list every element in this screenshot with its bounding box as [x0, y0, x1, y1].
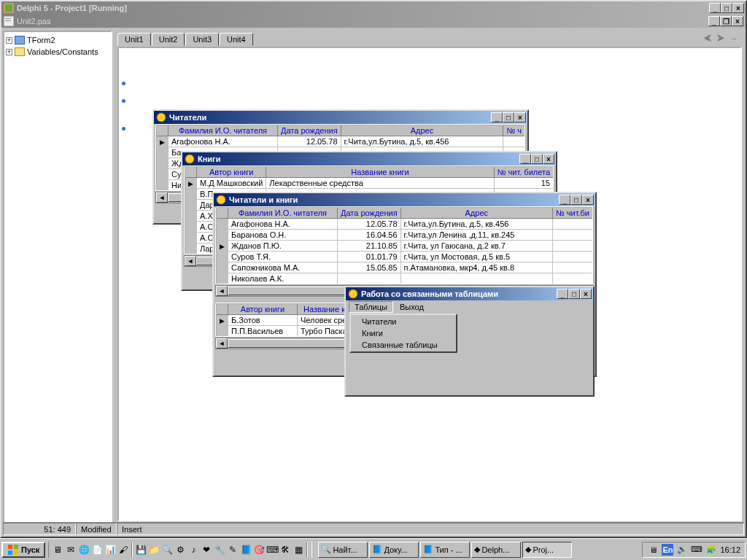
col-header[interactable]: Фамилия И.О. читателя: [169, 125, 278, 136]
work-window[interactable]: Работа со связанными таблицами _ □ × Таб…: [344, 286, 595, 397]
tree-expand-icon[interactable]: +: [6, 49, 12, 55]
close-button[interactable]: ×: [514, 112, 526, 122]
maximize-button[interactable]: □: [531, 154, 543, 164]
ql-icon[interactable]: ▦: [293, 544, 304, 556]
scroll-left-icon[interactable]: ◄: [156, 192, 168, 203]
nav-back-icon[interactable]: ⮜: [702, 33, 713, 44]
books-titlebar[interactable]: Книги _ □ ×: [182, 152, 556, 166]
close-button[interactable]: ×: [580, 289, 592, 299]
ql-icon[interactable]: 🔍: [161, 544, 173, 556]
col-header[interactable]: Адрес: [341, 125, 503, 136]
col-header[interactable]: Дата рождения: [278, 125, 341, 136]
col-header[interactable]: Дата рождения: [338, 207, 401, 219]
menu-exit[interactable]: Выход: [395, 302, 429, 312]
ql-icon[interactable]: ✎: [227, 544, 239, 556]
col-header[interactable]: Адрес: [400, 207, 552, 219]
scroll-left-icon[interactable]: ◄: [185, 256, 196, 266]
breakpoint-dot[interactable]: [122, 99, 125, 103]
ide-titlebar[interactable]: Delphi 5 - Project1 [Running] _ □ ×: [1, 1, 746, 15]
ql-icon[interactable]: 📘: [240, 544, 252, 556]
ql-icon[interactable]: 📄: [91, 544, 103, 556]
popup-linked[interactable]: Связанные таблицы: [352, 339, 455, 351]
task-button[interactable]: ◆Proj...: [522, 542, 572, 558]
ql-icon[interactable]: 🎯: [253, 544, 265, 556]
ide-maximize-button[interactable]: □: [721, 3, 732, 13]
table-row[interactable]: Николаев А.К.: [216, 273, 593, 285]
ide-minimize-button[interactable]: _: [709, 3, 721, 13]
ql-icon[interactable]: ❤: [201, 544, 212, 556]
tree-item-variables[interactable]: + Variables/Constants: [6, 46, 109, 58]
table-row[interactable]: Агафонова Н.А.12.05.78г.Чита,ул.Бутина, …: [156, 136, 525, 147]
breakpoint-dot[interactable]: [122, 82, 125, 85]
readers-titlebar[interactable]: Читатели _ □ ×: [154, 111, 527, 124]
tree-expand-icon[interactable]: +: [6, 37, 12, 44]
ql-icon[interactable]: 📊: [104, 544, 116, 556]
task-button[interactable]: 📘Тип - ...: [420, 542, 470, 558]
unit-minimize-button[interactable]: _: [708, 16, 720, 26]
tab-unit4[interactable]: Unit4: [220, 33, 253, 46]
table-row[interactable]: Баранова О.Н.16.04.56г.Чита,ул Ленина ,д…: [216, 230, 593, 241]
table-row[interactable]: Суров Т.Я.01.01.79г.Чита, ул Мостовая, д…: [216, 252, 593, 262]
scroll-left-icon[interactable]: ◄: [216, 338, 228, 349]
col-header[interactable]: Автор книги: [197, 166, 266, 178]
nav-close-icon[interactable]: –: [728, 33, 740, 44]
unit-restore-button[interactable]: ❐: [720, 16, 732, 26]
task-button[interactable]: 📘Доку...: [369, 542, 419, 558]
language-indicator[interactable]: En: [662, 544, 673, 556]
clock[interactable]: 16:12: [720, 545, 740, 554]
table-row[interactable]: Агафонова Н.А.12.05.78г.Чита,ул.Бутина, …: [216, 219, 593, 230]
rk-top-grid[interactable]: Фамилия И.О. читателя Дата рождения Адре…: [215, 206, 594, 285]
ql-icon[interactable]: 🖥: [52, 544, 63, 556]
start-button[interactable]: Пуск: [1, 542, 45, 558]
ql-icon[interactable]: 💾: [135, 544, 147, 556]
tree-item-tform2[interactable]: + TForm2: [6, 34, 109, 46]
breakpoint-dot[interactable]: [122, 127, 125, 131]
maximize-button[interactable]: □: [568, 289, 580, 299]
ql-icon[interactable]: 🌐: [78, 544, 90, 556]
col-header[interactable]: Название книги: [266, 166, 494, 178]
close-button[interactable]: ×: [543, 154, 554, 164]
minimize-button[interactable]: _: [519, 154, 531, 164]
unit-close-button[interactable]: ×: [732, 16, 743, 26]
scroll-left-icon[interactable]: ◄: [216, 286, 228, 296]
minimize-button[interactable]: _: [559, 195, 570, 205]
col-header[interactable]: № чит. билета: [494, 166, 554, 178]
tab-unit3[interactable]: Unit3: [185, 33, 219, 46]
ql-icon[interactable]: ⌨: [266, 544, 278, 556]
ql-icon[interactable]: 📁: [148, 544, 160, 556]
popup-books[interactable]: Книги: [352, 327, 455, 339]
tray-icon[interactable]: 🧩: [705, 544, 717, 556]
work-titlebar[interactable]: Работа со связанными таблицами _ □ ×: [346, 287, 593, 300]
tab-unit1[interactable]: Unit1: [117, 33, 151, 46]
nav-fwd-icon[interactable]: ⮞: [715, 33, 727, 44]
ql-icon[interactable]: 🛠: [279, 544, 291, 556]
menu-tables[interactable]: Таблицы: [349, 301, 393, 313]
minimize-button[interactable]: _: [557, 289, 568, 299]
col-header[interactable]: № ч: [503, 125, 525, 136]
tray-icon[interactable]: 🔊: [676, 544, 688, 556]
maximize-button[interactable]: □: [503, 112, 514, 122]
ql-icon[interactable]: ⚙: [174, 544, 186, 556]
ide-close-button[interactable]: ×: [732, 3, 744, 13]
maximize-button[interactable]: □: [570, 195, 582, 205]
tab-unit2[interactable]: Unit2: [152, 33, 185, 46]
tray-icon[interactable]: 🖥: [647, 544, 659, 556]
col-header[interactable]: Автор книги: [228, 303, 298, 315]
col-header[interactable]: Фамилия И.О. читателя: [228, 207, 338, 219]
ql-icon[interactable]: ♪: [187, 544, 199, 556]
col-header[interactable]: № чит.би: [552, 207, 593, 219]
table-row[interactable]: Жданов П.Ю.21.10.85г.Чита, ул Гаюсана, д…: [216, 241, 593, 252]
close-button[interactable]: ×: [582, 195, 594, 205]
popup-readers[interactable]: Читатели: [352, 316, 455, 327]
task-button[interactable]: ◆Delph...: [471, 542, 521, 558]
task-button[interactable]: 🔍Найт...: [318, 542, 368, 558]
minimize-button[interactable]: _: [491, 112, 503, 122]
ql-icon[interactable]: 🖌: [117, 544, 129, 556]
object-tree[interactable]: + TForm2 + Variables/Constants: [3, 31, 112, 524]
table-row[interactable]: М.Д МашковскийЛекарственные средства15: [185, 178, 554, 189]
table-row[interactable]: Сапожникова М.А.15.05.85п.Атамановка, мк…: [216, 262, 593, 273]
tray-icon[interactable]: ⌨: [691, 544, 703, 556]
rk-titlebar[interactable]: Читатели и книги _ □ ×: [214, 193, 595, 206]
ql-icon[interactable]: 🔧: [214, 544, 225, 556]
ql-icon[interactable]: ✉: [65, 544, 77, 556]
